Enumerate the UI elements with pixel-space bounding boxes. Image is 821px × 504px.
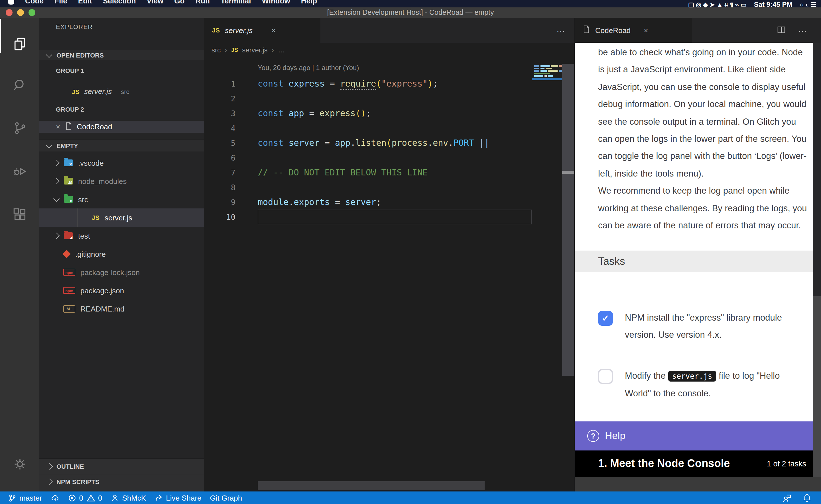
status-git-graph[interactable]: Git Graph (210, 493, 242, 502)
menu-code[interactable]: Code (25, 0, 44, 5)
more-actions-icon[interactable]: ··· (798, 25, 807, 35)
code-line-4[interactable]: 4 (204, 121, 532, 136)
menu-file[interactable]: File (54, 0, 67, 5)
menubar-status-icons[interactable]: ▢ ◎ ◆ ➤ ▲ ⌗ ¶ ⌁ ▭ (688, 1, 747, 7)
code-line-3[interactable]: 3const app = express(); (204, 106, 532, 121)
more-actions-icon[interactable]: ··· (556, 25, 565, 35)
tree-item-src[interactable]: ‹›src (39, 190, 204, 208)
status-sync[interactable] (50, 493, 59, 502)
lesson-progress: 1 of 2 tasks (767, 459, 806, 468)
menu-window[interactable]: Window (262, 0, 290, 5)
status-bell-icon[interactable] (802, 493, 812, 503)
open-editors-section-header[interactable]: OPEN EDITORS (39, 50, 204, 60)
menu-edit[interactable]: Edit (78, 0, 92, 5)
code-line-7[interactable]: 7// -- DO NOT EDIT BELOW THIS LINE (204, 165, 532, 180)
close-tab-icon[interactable]: × (271, 26, 276, 34)
breadcrumb-separator: › (225, 46, 227, 54)
open-editor-item-coderoad[interactable]: ×CodeRoad (39, 121, 204, 133)
task-checkbox-checked[interactable]: ✓ (598, 311, 613, 326)
tree-indent-guide (77, 208, 77, 227)
lesson-bar[interactable]: 1. Meet the Node Console 1 of 2 tasks (575, 450, 813, 477)
editor-vertical-scrollbar[interactable] (562, 64, 574, 376)
code-line-9[interactable]: 9module.exports = server; (204, 195, 532, 210)
breadcrumb-item[interactable]: server.js (242, 46, 268, 54)
coderoad-webview: be able to check what’s going on in your… (575, 43, 821, 491)
open-editors-label: OPEN EDITORS (56, 52, 104, 59)
help-bar[interactable]: ? Help (575, 421, 813, 450)
js-file-icon: JS (72, 88, 79, 95)
activity-explorer-icon[interactable] (0, 26, 39, 62)
chevron-right-icon (53, 178, 60, 185)
breadcrumb-item[interactable]: … (278, 46, 285, 54)
webview-scrollbar-thumb[interactable] (813, 43, 821, 296)
activity-run-debug-icon[interactable] (0, 153, 39, 190)
tab-server-js[interactable]: JS server.js × (204, 18, 320, 43)
menu-go[interactable]: Go (174, 0, 184, 5)
tree-item-test[interactable]: ◢test (39, 227, 204, 245)
code-line-8[interactable]: 8 (204, 180, 532, 195)
webview-scrollbar-track[interactable] (813, 43, 821, 477)
minimap-line (534, 75, 553, 77)
npm-scripts-section-header[interactable]: NPM SCRIPTS (39, 474, 204, 489)
close-window-button[interactable] (6, 9, 13, 16)
code-line-6[interactable]: 6 (204, 150, 532, 165)
status-0[interactable]: 0 (87, 493, 102, 502)
menubar-clock[interactable]: Sat 9:45 PM (754, 1, 793, 7)
menu-run[interactable]: Run (195, 0, 210, 5)
code-editor[interactable]: You, 20 days ago | 1 author (You) 1const… (204, 57, 532, 462)
menu-selection[interactable]: Selection (103, 0, 136, 5)
code-line-5[interactable]: 5const server = app.listen(process.env.P… (204, 136, 532, 150)
line-number: 10 (204, 210, 236, 224)
line-number: 7 (204, 165, 236, 180)
tab-label: CodeRoad (595, 26, 631, 34)
status-bar: master00ShMcKLive ShareGit Graph (0, 491, 821, 504)
minimap[interactable] (532, 64, 562, 417)
tab-coderoad[interactable]: CodeRoad × (575, 18, 692, 43)
folder-section-header[interactable]: EMPTY (39, 140, 204, 151)
menu-view[interactable]: View (147, 0, 163, 5)
code-line-2[interactable]: 2 (204, 91, 532, 106)
task-item-2: Modify the server.js file to log "Hello … (598, 369, 789, 402)
code-line-10[interactable]: 10 (204, 210, 532, 224)
split-editor-icon[interactable] (777, 25, 786, 35)
tree-item--gitignore[interactable]: .gitignore (39, 245, 204, 263)
tree-item-node_modules[interactable]: JSnode_modules (39, 172, 204, 190)
tree-item-label: package-lock.json (80, 268, 140, 276)
task-checkbox-unchecked[interactable] (598, 369, 613, 384)
activity-source-control-icon[interactable] (0, 110, 39, 146)
close-tab-icon[interactable]: × (644, 26, 648, 34)
activity-extensions-icon[interactable] (0, 196, 39, 233)
tree-item-server-js[interactable]: JSserver.js (39, 208, 204, 227)
tree-item--vscode[interactable]: ✕.vscode (39, 154, 204, 172)
menu-help[interactable]: Help (301, 0, 317, 5)
help-question-icon: ? (587, 430, 599, 442)
tree-item-readme-md[interactable]: M↓README.md (39, 300, 204, 318)
zoom-window-button[interactable] (28, 9, 35, 16)
status-shmck[interactable]: ShMcK (111, 493, 146, 502)
status-feedback-icon[interactable] (782, 493, 792, 503)
apple-menu-icon[interactable] (8, 0, 14, 4)
close-editor-icon[interactable]: × (56, 123, 60, 130)
minimize-window-button[interactable] (17, 9, 24, 16)
tree-item-package-json[interactable]: npmpackage.json (39, 281, 204, 300)
tree-item-package-lock-json[interactable]: npmpackage-lock.json (39, 263, 204, 281)
status-live-share[interactable]: Live Share (154, 493, 201, 502)
activity-search-icon[interactable] (0, 67, 39, 103)
code-text: const express = require("express"); (258, 76, 438, 91)
lesson-title: 1. Meet the Node Console (598, 457, 730, 470)
status-master[interactable]: master (8, 493, 42, 502)
npm-icon: npm (63, 269, 75, 276)
outline-section-header[interactable]: OUTLINE (39, 459, 204, 474)
breadcrumb-item[interactable]: src (212, 46, 221, 54)
editor-horizontal-scrollbar[interactable] (258, 481, 485, 490)
js-file-icon: JS (212, 27, 220, 34)
menu-terminal[interactable]: Terminal (221, 0, 251, 5)
status-0[interactable]: 0 (68, 493, 83, 502)
line-number: 9 (204, 195, 236, 210)
code-line-1[interactable]: 1const express = require("express"); (204, 76, 532, 91)
open-editor-item-server-js[interactable]: JSserver.jssrc (39, 85, 204, 97)
codelens-annotation[interactable]: You, 20 days ago | 1 author (You) (258, 64, 532, 76)
menubar-extra-icons[interactable]: ○ ◐ ☰ (800, 1, 816, 7)
settings-gear-icon[interactable] (0, 446, 39, 482)
vscode-window: CodeFileEditSelectionViewGoRunTerminalWi… (0, 0, 821, 504)
